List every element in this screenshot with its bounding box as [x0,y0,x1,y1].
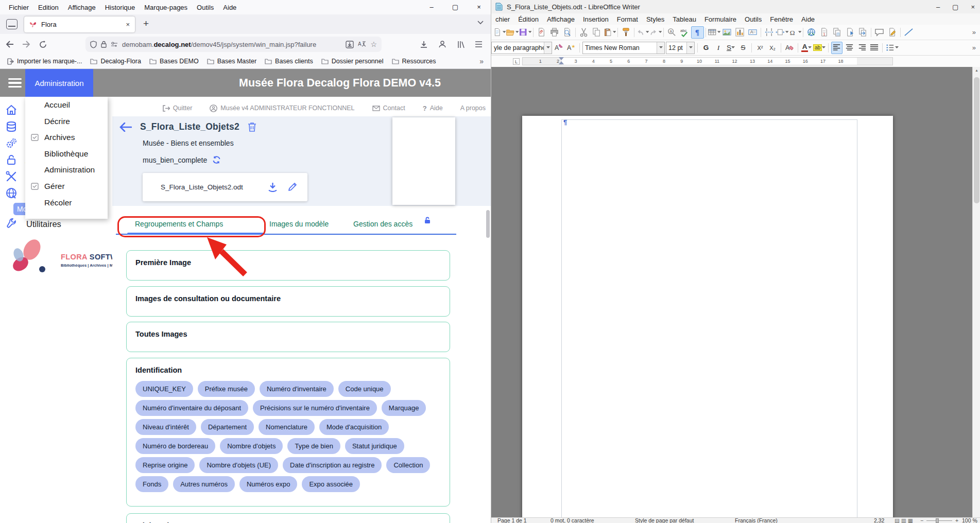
field-chip-niveau-d-int-r-t[interactable]: Niveau d'intérêt [135,419,196,435]
about-link[interactable]: A propos [460,104,486,112]
cut-icon[interactable] [577,26,590,39]
field-chip-autres-num-ros[interactable]: Autres numéros [173,476,235,492]
align-right-button[interactable] [856,42,867,54]
field-chip-d-partement[interactable]: Département [201,419,254,435]
dropdown-chevron-icon[interactable] [686,42,694,54]
bold-button[interactable]: G [700,42,712,54]
close-button[interactable]: × [971,3,975,11]
account-icon[interactable] [437,39,448,50]
special-character-icon[interactable]: Ω [788,26,801,39]
clear-formatting-button[interactable]: A [784,42,795,54]
menubar-historique[interactable]: Historique [100,2,140,13]
tab-stop-selector[interactable]: L [513,58,520,65]
menubar-edition[interactable]: Edition [33,2,63,13]
new-style-button[interactable]: A★ [565,42,577,54]
insert-line-icon[interactable] [902,26,915,39]
list-all-tabs-icon[interactable] [477,21,484,25]
scroll-up-icon[interactable]: ▲ [973,68,980,72]
menu-item-archives[interactable]: Archives [25,129,108,146]
field-chip-num-ro-d-inventaire[interactable]: Numéro d'inventaire [260,381,334,397]
menubar-outils[interactable]: Outils [192,2,218,13]
paste-icon[interactable] [603,26,616,39]
permissions-icon[interactable] [111,42,118,47]
toolbar-overflow-icon[interactable]: » [972,28,976,36]
paragraph-style-combo[interactable]: yle de paragraphe par déf [491,42,552,54]
bookmark-import[interactable]: Importer les marque-... [3,56,86,67]
status-language[interactable]: Français (France) [735,518,778,523]
vertical-scrollbar[interactable]: ▲ [972,67,980,517]
bookmark-folder-bases-clients[interactable]: Bases clients [261,56,317,67]
menu-item-administration[interactable]: Administration [25,162,108,178]
edit-pencil-icon[interactable] [288,182,297,191]
lo-menu-outils[interactable]: Outils [741,15,766,23]
menu-item-g-rer[interactable]: Gérer [25,178,108,195]
print-icon[interactable] [548,26,561,39]
back-icon[interactable] [4,39,15,50]
undo-icon[interactable] [636,26,649,39]
underline-button[interactable]: S [725,42,736,54]
bookmark-folder-decalog-flora[interactable]: Decalog-Flora [86,56,145,67]
lo-menu-format[interactable]: Format [613,15,642,23]
shield-icon[interactable] [90,41,97,48]
spellcheck-icon[interactable]: abc [678,26,691,39]
indent-marker-icon[interactable] [559,57,564,65]
minimize-button[interactable]: – [936,3,940,11]
copy-icon[interactable] [590,26,603,39]
clone-formatting-icon[interactable] [620,26,632,39]
lo-menu-insertion[interactable]: Insertion [579,15,613,23]
field-chip-marquage[interactable]: Marquage [382,400,426,416]
save-icon[interactable] [519,26,531,39]
lock-icon[interactable] [101,41,107,48]
endnote-icon[interactable]: (i) [831,26,844,39]
menubar-aide[interactable]: Aide [218,2,241,13]
list-bullet-button[interactable] [885,42,899,54]
field-chip-nombre-d-objets[interactable]: Nombre d'objets [220,438,283,454]
cross-reference-icon[interactable] [856,26,869,39]
close-button[interactable]: × [467,0,491,14]
field-chip-reprise-origine[interactable]: Reprise origine [135,457,195,473]
align-justify-button[interactable] [868,42,880,54]
bookmarks-overflow-icon[interactable]: » [479,57,484,65]
downloads-icon[interactable] [418,39,429,50]
update-style-button[interactable]: A [553,42,564,54]
status-page-style[interactable]: Style de page par défaut [635,518,694,523]
maximize-button[interactable]: ▢ [952,3,958,11]
field-chip-fonds[interactable]: Fonds [135,476,168,492]
align-left-button[interactable] [831,42,843,54]
lo-menu-tableau[interactable]: Tableau [668,15,700,23]
quit-link[interactable]: Quitter [163,104,193,112]
hamburger-menu-icon[interactable] [473,39,484,50]
find-replace-icon[interactable]: a [665,26,678,39]
menu-item-d-crire[interactable]: Décrire [25,113,108,130]
menubar-marque-pages[interactable]: Marque-pages [140,2,192,13]
lo-menu-styles[interactable]: Styles [642,15,668,23]
dropdown-chevron-icon[interactable] [544,42,552,54]
strikethrough-button[interactable]: S [737,42,749,54]
document-page[interactable]: ¶ [522,116,893,517]
field-chip-expo-associ-e[interactable]: Expo associée [302,476,360,492]
field-chip-type-de-bien[interactable]: Type de bien [287,438,340,454]
bookmark-folder-bases-demo[interactable]: Bases DEMO [145,56,203,67]
zoom-percent[interactable]: 100 % [962,518,977,523]
toolbar-overflow-icon[interactable]: » [972,44,976,51]
field-chip-nomenclature[interactable]: Nomenclature [259,419,315,435]
user-menu[interactable]: Musée v4 ADMINISTRATEUR FONCTIONNEL [210,104,354,112]
subscript-button[interactable]: X₂ [767,42,778,54]
trash-icon[interactable] [248,122,256,132]
bookmark-star-icon[interactable]: ☆ [370,40,377,48]
new-document-icon[interactable] [493,26,506,39]
reload-icon[interactable] [37,39,48,50]
open-icon[interactable] [506,26,519,39]
comment-icon[interactable] [873,26,886,39]
field-chip-code-unique[interactable]: Code unique [338,381,391,397]
status-word-count[interactable]: 0 mot, 0 caractère [551,518,594,523]
superscript-button[interactable]: X² [754,42,766,54]
menu-item-accueil[interactable]: Accueil [25,97,108,113]
tab-overview-icon[interactable] [6,19,18,29]
maximize-button[interactable]: ▢ [443,0,467,14]
browser-tab-flora[interactable]: Flora × [24,16,135,32]
lo-menu-affichage[interactable]: Affichage [543,15,579,23]
field-chip-unique-key[interactable]: UNIQUE_KEY [135,381,193,397]
font-name-combo[interactable]: Times New Roman [582,42,665,54]
footnote-icon[interactable]: 1 [818,26,831,39]
